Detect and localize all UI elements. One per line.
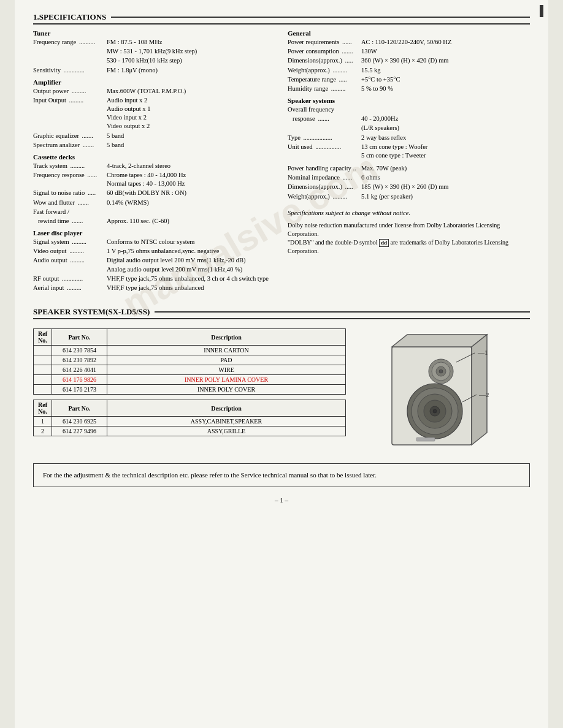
weight-row: Weight(approx.) ......... 15.5 kg: [288, 66, 530, 75]
parts-table-1: RefNo. Part No. Description 614 230 7854…: [33, 328, 346, 395]
speaker-systems-title: Speaker systems: [288, 97, 530, 104]
specs-container: Tuner Frequency range .......... FM : 87…: [33, 29, 530, 296]
svg-marker-1: [392, 335, 487, 347]
svg-text:—2: —2: [478, 391, 489, 398]
speaker-systems-group: Speaker systems Overall frequency respon…: [288, 97, 530, 201]
table2-header-desc: Description: [107, 400, 346, 417]
tuner-freq-mw2-row: 530 - 1700 kHz(10 kHz step): [33, 56, 275, 65]
section1-line: [111, 17, 530, 18]
table-row: 614 230 7892 PAD: [34, 355, 346, 365]
graphic-eq-row: Graphic equalizer ....... 5 band: [33, 132, 275, 140]
parts-tables: RefNo. Part No. Description 614 230 7854…: [33, 328, 346, 451]
unit-row: Unit used ................ 13 cm cone ty…: [288, 143, 530, 160]
input-output-row: Input Output ......... Audio input x 2 A…: [33, 96, 275, 131]
note-box: For the the adjustment & the technical d…: [33, 463, 530, 487]
table1-header-ref: RefNo.: [34, 329, 52, 346]
table-row: 614 176 2173 INNER POLY COVER: [34, 385, 346, 395]
speaker-section: SPEAKER SYSTEM(SX-LD5/SS) RefNo. Part No…: [33, 307, 530, 504]
svg-text:—1: —1: [477, 349, 488, 356]
temp-row: Temperature range ..... +5°C to +35°C: [288, 75, 530, 84]
laser-title: Laser disc player: [33, 229, 275, 237]
page: manualsive.com 1.SPECIFICATIONS Tuner Fr…: [15, 0, 548, 728]
track-row: Track system ......... 4-track, 2-channe…: [33, 162, 275, 170]
spectrum-row: Spectrum analizer ....... 5 band: [33, 141, 275, 150]
freq-resp-row: Frequency response ...... Chrome tapes :…: [33, 171, 275, 188]
output-power-row: Output power ......... Max.600W (TOTAL P…: [33, 87, 275, 96]
section1-title: 1.SPECIFICATIONS: [33, 12, 530, 25]
power-req-row: Power requirements ...... AC : 110-120/2…: [288, 38, 530, 47]
audio-row: Audio output ......... Digital audio out…: [33, 256, 275, 273]
tuner-group: Tuner Frequency range .......... FM : 87…: [33, 29, 275, 75]
table-row: 614 226 4041 WIRE: [34, 365, 346, 375]
video-row: Video output ......... 1 V p-p,75 ohms u…: [33, 247, 275, 256]
svg-point-12: [433, 409, 437, 413]
power-handling-row: Power handling capacity .. Max. 70W (pea…: [288, 164, 530, 173]
humidity-row: Humidity range ......... 5 % to 90 %: [288, 85, 530, 93]
tuner-freq-mw1-row: MW : 531 - 1,701 kHz(9 kHz step): [33, 47, 275, 56]
amplifier-title: Amplifier: [33, 78, 275, 86]
rf-row: RF output ............. VHF,F type jack,…: [33, 275, 275, 283]
speaker-svg: —1 —2: [367, 328, 521, 451]
dolby-symbol: dd: [379, 239, 389, 247]
table-row: 614 176 9826 INNER POLY LAMINA COVER: [34, 375, 346, 385]
table2-header-partno: Part No.: [52, 400, 107, 417]
type-row: Type .................. 2 way bass refle…: [288, 134, 530, 142]
speaker-illustration: —1 —2: [358, 328, 530, 451]
table-row: 1 614 230 6925 ASSY,CABINET,SPEAKER: [34, 417, 346, 427]
svg-point-6: [439, 370, 443, 373]
laser-group: Laser disc player Signal system ........…: [33, 229, 275, 292]
specs-right: General Power requirements ...... AC : 1…: [288, 29, 530, 296]
table-row: 2 614 227 9496 ASSY,GRILLE: [34, 427, 346, 436]
dolby-note: Dolby noise reduction manufactured under…: [288, 221, 530, 256]
ff-row: Fast forward /: [33, 208, 275, 216]
table1-header-desc: Description: [107, 329, 346, 346]
snr-row: Signal to noise ratio ..... 60 dB(with D…: [33, 189, 275, 197]
tuner-sensitivity-row: Sensitivity ............. FM : 1.8μV (mo…: [33, 66, 275, 75]
aerial-row: Aerial input ......... VHF,F type jack,7…: [33, 284, 275, 292]
overall-freq-row: Overall frequency: [288, 105, 530, 114]
amplifier-group: Amplifier Output power ......... Max.600…: [33, 78, 275, 150]
table-row: 614 230 7854 INNER CARTON: [34, 346, 346, 355]
corner-mark: [540, 5, 543, 17]
response-row: response ....... 40 - 20,000Hz: [288, 115, 530, 123]
parts-area: RefNo. Part No. Description 614 230 7854…: [33, 328, 530, 451]
parts-table-2: RefNo. Part No. Description 1 614 230 69…: [33, 400, 346, 436]
table2-header-ref: RefNo.: [34, 400, 52, 417]
sp-weight-row: Weight(approx.) ......... 5.1 kg (per sp…: [288, 192, 530, 201]
cassette-title: Cassette decks: [33, 153, 275, 161]
tuner-title: Tuner: [33, 29, 275, 37]
cassette-group: Cassette decks Track system ......... 4-…: [33, 153, 275, 226]
general-group: General Power requirements ...... AC : 1…: [288, 29, 530, 93]
signal-row: Signal system ......... Conforms to NTSC…: [33, 238, 275, 246]
lr-note-row: (L/R speakers): [288, 124, 530, 132]
specs-left: Tuner Frequency range .......... FM : 87…: [33, 29, 275, 296]
specs-note: Specifications subject to change without…: [288, 210, 530, 216]
general-title: General: [288, 29, 530, 37]
wow-row: Wow and flutter ....... 0.14% (WRMS): [33, 199, 275, 207]
tuner-freq-row: Frequency range .......... FM : 87.5 - 1…: [33, 38, 275, 47]
power-cons-row: Power consumption ....... 130W: [288, 47, 530, 56]
dimensions-row: Dimensions(approx.) ..... 360 (W) × 390 …: [288, 56, 530, 65]
section2-line: [155, 311, 530, 313]
table1-header-partno: Part No.: [52, 329, 107, 346]
sp-dimensions-row: Dimensions(approx.) ..... 185 (W) × 390 …: [288, 183, 530, 191]
page-number: – 1 –: [33, 496, 530, 504]
section2-title: SPEAKER SYSTEM(SX-LD5/SS): [33, 307, 530, 319]
svg-rect-17: [416, 438, 435, 441]
rewind-row: rewind time ....... Approx. 110 sec. (C-…: [33, 217, 275, 226]
nominal-imp-row: Nominal impedance ...... 6 ohms: [288, 173, 530, 182]
